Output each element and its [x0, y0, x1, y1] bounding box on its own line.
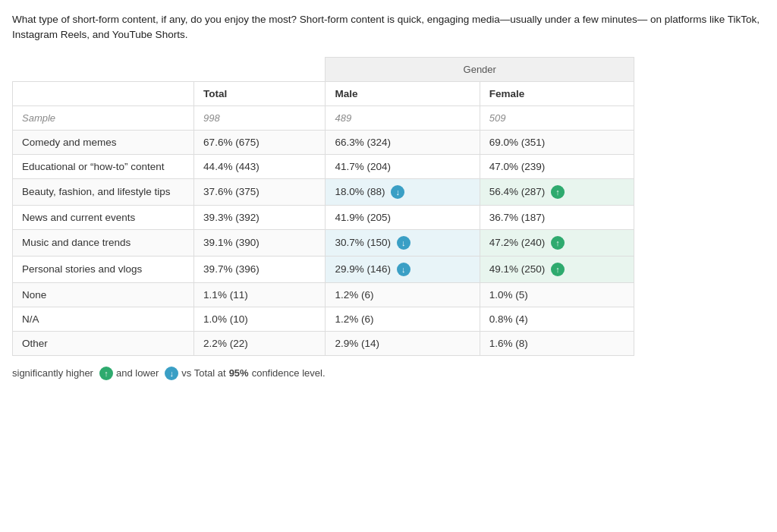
- up-icon: ↑: [551, 263, 565, 276]
- sample-row: Sample 998 489 509: [13, 105, 634, 130]
- row-male: 18.0% (88) ↓: [326, 178, 480, 205]
- row-male: 1.2% (6): [326, 282, 480, 307]
- row-total: 2.2% (22): [194, 331, 326, 355]
- footer-text-end: confidence level.: [252, 367, 326, 379]
- row-male: 41.7% (204): [326, 154, 480, 178]
- down-icon: ↓: [397, 236, 411, 250]
- sample-male: 489: [326, 105, 480, 130]
- table-row: N/A 1.0% (10) 1.2% (6) 0.8% (4): [13, 307, 634, 331]
- row-label: Personal stories and vlogs: [13, 256, 194, 282]
- row-total: 67.6% (675): [194, 130, 326, 154]
- sample-female: 509: [480, 105, 634, 130]
- row-male: 30.7% (150) ↓: [326, 229, 480, 256]
- sample-total: 998: [194, 105, 326, 130]
- data-table: Gender Total Male Female Sample 998 489 …: [12, 57, 634, 356]
- table-row: Personal stories and vlogs 39.7% (396) 2…: [13, 256, 634, 282]
- row-female: 0.8% (4): [480, 307, 634, 331]
- up-icon: ↑: [551, 236, 565, 250]
- down-icon-footer: ↓: [165, 367, 178, 380]
- footer-note: significantly higher ↑ and lower ↓ vs To…: [12, 367, 765, 380]
- up-icon-footer: ↑: [99, 367, 113, 380]
- row-label: News and current events: [13, 205, 194, 229]
- row-female: 1.6% (8): [480, 331, 634, 355]
- row-female: 49.1% (250) ↑: [480, 256, 634, 282]
- footer-text-between: and lower: [116, 367, 159, 379]
- row-female: 69.0% (351): [480, 130, 634, 154]
- row-label: Educational or “how-to” content: [13, 154, 194, 178]
- question-text: What type of short-form content, if any,…: [12, 12, 765, 43]
- row-female: 56.4% (287) ↑: [480, 178, 634, 205]
- down-icon: ↓: [397, 263, 411, 276]
- col-header-female: Female: [480, 81, 634, 105]
- row-male: 2.9% (14): [326, 331, 480, 355]
- row-label: Other: [13, 331, 194, 355]
- row-total: 39.1% (390): [194, 229, 326, 256]
- row-male: 29.9% (146) ↓: [326, 256, 480, 282]
- footer-confidence: 95%: [229, 367, 249, 379]
- down-icon: ↓: [391, 185, 404, 199]
- table-row: Educational or “how-to” content 44.4% (4…: [13, 154, 634, 178]
- row-total: 39.7% (396): [194, 256, 326, 282]
- table-row: Beauty, fashion, and lifestyle tips 37.6…: [13, 178, 634, 205]
- row-female: 1.0% (5): [480, 282, 634, 307]
- row-total: 1.0% (10): [194, 307, 326, 331]
- table-row: Other 2.2% (22) 2.9% (14) 1.6% (8): [13, 331, 634, 355]
- row-female: 47.0% (239): [480, 154, 634, 178]
- row-male: 41.9% (205): [326, 205, 480, 229]
- row-total: 1.1% (11): [194, 282, 326, 307]
- col-header-male: Male: [326, 81, 480, 105]
- col-header-label: [13, 81, 194, 105]
- empty-header-label: [13, 57, 194, 81]
- table-row: News and current events 39.3% (392) 41.9…: [13, 205, 634, 229]
- sample-label: Sample: [13, 105, 194, 130]
- gender-header: Gender: [326, 57, 634, 81]
- row-female: 36.7% (187): [480, 205, 634, 229]
- footer-text-before-up: significantly higher: [12, 367, 93, 379]
- footer-text-after: vs Total at: [181, 367, 225, 379]
- empty-header-total: [194, 57, 326, 81]
- table-row: Music and dance trends 39.1% (390) 30.7%…: [13, 229, 634, 256]
- table-row: None 1.1% (11) 1.2% (6) 1.0% (5): [13, 282, 634, 307]
- table-row: Comedy and memes 67.6% (675) 66.3% (324)…: [13, 130, 634, 154]
- row-label: Comedy and memes: [13, 130, 194, 154]
- row-total: 39.3% (392): [194, 205, 326, 229]
- data-table-wrapper: Gender Total Male Female Sample 998 489 …: [12, 57, 634, 356]
- row-female: 47.2% (240) ↑: [480, 229, 634, 256]
- row-label: None: [13, 282, 194, 307]
- row-label: Beauty, fashion, and lifestyle tips: [13, 178, 194, 205]
- up-icon: ↑: [551, 185, 565, 199]
- row-total: 44.4% (443): [194, 154, 326, 178]
- col-header-total: Total: [194, 81, 326, 105]
- row-male: 66.3% (324): [326, 130, 480, 154]
- row-male: 1.2% (6): [326, 307, 480, 331]
- row-total: 37.6% (375): [194, 178, 326, 205]
- row-label: Music and dance trends: [13, 229, 194, 256]
- row-label: N/A: [13, 307, 194, 331]
